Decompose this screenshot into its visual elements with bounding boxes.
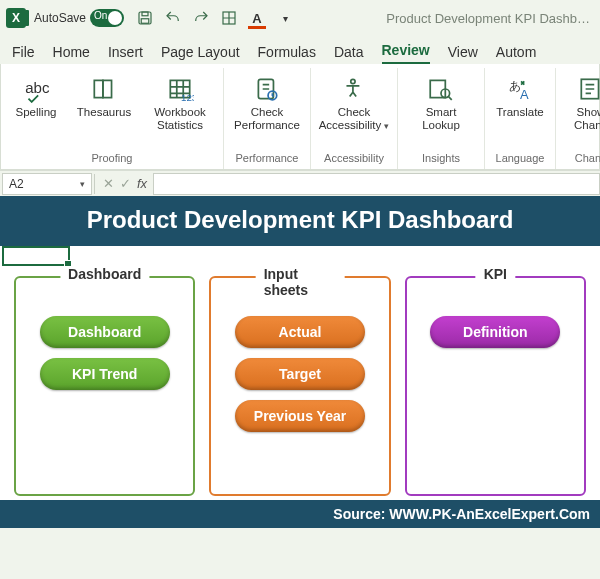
show-changes-icon	[577, 72, 600, 106]
worksheet: Product Development KPI Dashboard Dashbo…	[0, 196, 600, 528]
group-label: Insights	[404, 150, 478, 167]
autosave-toggle[interactable]: On	[90, 9, 124, 27]
group-label: Chang	[562, 150, 600, 167]
check-performance-icon	[253, 72, 281, 106]
quick-access-toolbar: A ▾	[136, 9, 294, 27]
show-changes-label: ShowChang	[574, 106, 600, 132]
chevron-down-icon[interactable]: ▾	[80, 179, 85, 189]
ribbon-group-insights: SmartLookupInsights	[398, 68, 485, 169]
tab-file[interactable]: File	[12, 44, 35, 64]
title-bar: X AutoSave On A ▾ Product Development KP…	[0, 0, 600, 36]
nav-button-actual[interactable]: Actual	[235, 316, 365, 348]
svg-rect-1	[142, 12, 148, 16]
name-box[interactable]: A2 ▾	[2, 173, 92, 195]
check-accessibility-button[interactable]: CheckAccessibility▾	[317, 70, 391, 150]
svg-text:123: 123	[181, 92, 194, 103]
nav-button-definition[interactable]: Definition	[430, 316, 560, 348]
ribbon-group-performance: CheckPerformancePerformance	[224, 68, 311, 169]
font-color-icon[interactable]: A	[248, 9, 266, 27]
tab-data[interactable]: Data	[334, 44, 364, 64]
ribbon-group-proofing: abcSpellingThesaurus123WorkbookStatistic…	[1, 68, 224, 169]
check-accessibility-icon	[340, 72, 368, 106]
svg-rect-2	[141, 19, 149, 24]
tab-autom[interactable]: Autom	[496, 44, 536, 64]
translate-icon: あA	[506, 72, 534, 106]
thesaurus-label: Thesaurus	[77, 106, 131, 119]
svg-text:A: A	[520, 87, 529, 102]
tab-page-layout[interactable]: Page Layout	[161, 44, 240, 64]
formula-bar-buttons: ✕ ✓ fx	[103, 176, 147, 191]
autosave-control[interactable]: AutoSave On	[34, 9, 124, 27]
panel-heading: Dashboard	[60, 266, 149, 282]
dashboard-title: Product Development KPI Dashboard	[0, 196, 600, 246]
tab-review[interactable]: Review	[382, 42, 430, 64]
ribbon-group-accessibility: CheckAccessibility▾Accessibility	[311, 68, 398, 169]
svg-point-11	[351, 79, 355, 83]
borders-icon[interactable]	[220, 9, 238, 27]
check-performance-label: CheckPerformance	[234, 106, 300, 132]
nav-button-kpi-trend[interactable]: KPI Trend	[40, 358, 170, 390]
insert-function-icon[interactable]: fx	[137, 176, 147, 191]
spelling-button[interactable]: abcSpelling	[7, 70, 65, 150]
tab-view[interactable]: View	[448, 44, 478, 64]
panel-dashboard: DashboardDashboardKPI Trend	[14, 276, 195, 496]
panel-input-sheets: Input sheetsActualTargetPrevious Year	[209, 276, 390, 496]
smart-lookup-label: SmartLookup	[422, 106, 460, 132]
group-label: Accessibility	[317, 150, 391, 167]
tab-insert[interactable]: Insert	[108, 44, 143, 64]
workbook-stats-label: WorkbookStatistics	[154, 106, 206, 132]
undo-icon[interactable]	[164, 9, 182, 27]
workbook-stats-button[interactable]: 123WorkbookStatistics	[143, 70, 217, 150]
selected-cell[interactable]	[2, 246, 70, 266]
document-title: Product Development KPI Dashb…	[386, 11, 590, 26]
ribbon-group-chang: ShowChangChang	[556, 68, 600, 169]
check-accessibility-label: CheckAccessibility▾	[319, 106, 390, 132]
spelling-icon: abc	[22, 72, 50, 106]
redo-icon[interactable]	[192, 9, 210, 27]
cancel-icon[interactable]: ✕	[103, 176, 114, 191]
panel-kpi: KPIDefinition	[405, 276, 586, 496]
nav-button-dashboard[interactable]: Dashboard	[40, 316, 170, 348]
ribbon-group-language: あATranslateLanguage	[485, 68, 556, 169]
excel-logo-icon: X	[6, 8, 26, 28]
formula-bar-row: A2 ▾ ✕ ✓ fx	[0, 170, 600, 196]
autosave-label: AutoSave	[34, 11, 86, 25]
translate-label: Translate	[496, 106, 544, 119]
svg-rect-6	[103, 80, 112, 97]
translate-button[interactable]: あATranslate	[491, 70, 549, 150]
svg-text:abc: abc	[25, 79, 50, 96]
formula-input[interactable]	[153, 173, 600, 195]
panel-heading: KPI	[476, 266, 515, 282]
group-label: Proofing	[7, 150, 217, 167]
panel-heading: Input sheets	[256, 266, 345, 298]
group-label: Language	[491, 150, 549, 167]
thesaurus-button[interactable]: Thesaurus	[75, 70, 133, 150]
qat-customize-icon[interactable]: ▾	[276, 9, 294, 27]
tab-home[interactable]: Home	[53, 44, 90, 64]
smart-lookup-button[interactable]: SmartLookup	[404, 70, 478, 150]
dashboard-panels: DashboardDashboardKPI TrendInput sheetsA…	[0, 266, 600, 500]
smart-lookup-icon	[427, 72, 455, 106]
spelling-label: Spelling	[16, 106, 57, 119]
ribbon: abcSpellingThesaurus123WorkbookStatistic…	[0, 64, 600, 170]
save-icon[interactable]	[136, 9, 154, 27]
workbook-stats-icon: 123	[166, 72, 194, 106]
group-label: Performance	[230, 150, 304, 167]
enter-icon[interactable]: ✓	[120, 176, 131, 191]
svg-rect-5	[94, 80, 103, 97]
nav-button-previous-year[interactable]: Previous Year	[235, 400, 365, 432]
source-footer: Source: WWW.PK-AnExcelExpert.Com	[0, 500, 600, 528]
ribbon-tabs: FileHomeInsertPage LayoutFormulasDataRev…	[0, 36, 600, 64]
check-performance-button[interactable]: CheckPerformance	[230, 70, 304, 150]
tab-formulas[interactable]: Formulas	[258, 44, 316, 64]
thesaurus-icon	[90, 72, 118, 106]
nav-button-target[interactable]: Target	[235, 358, 365, 390]
show-changes-button[interactable]: ShowChang	[562, 70, 600, 150]
